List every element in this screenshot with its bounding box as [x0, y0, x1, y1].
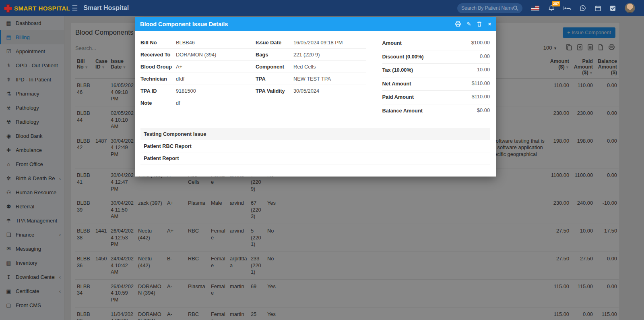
detail-label: TPA Validity [256, 88, 293, 94]
detail-row: Received To DORAMON (394) Bags 221 (220 … [140, 49, 366, 61]
detail-label: Blood Group [140, 64, 176, 70]
detail-label: Bags [256, 52, 293, 58]
amount-value: $110.00 [435, 80, 490, 88]
notifications-bell-icon[interactable]: 287 [548, 5, 555, 11]
detail-value: DORAMON (394) [176, 52, 256, 58]
detail-value: df [176, 100, 256, 106]
hospital-logo-icon [4, 4, 11, 12]
app-title: Smart Hospital [83, 4, 129, 12]
detail-fields: Bill No BLBB46 Issue Date 16/05/2024 09:… [140, 37, 366, 117]
detail-row: Blood Group A+ Component Red Cells [140, 61, 366, 73]
detail-value: 30/05/2024 [293, 88, 366, 94]
bed-status-icon[interactable] [564, 5, 571, 11]
whatsapp-icon[interactable] [580, 5, 586, 11]
delete-trash-icon[interactable] [477, 21, 482, 27]
detail-value: 221 (220 9) [293, 52, 366, 58]
modal-header: Blood Component Issue Details ✎ × [135, 17, 496, 31]
patient-search-input[interactable] [461, 5, 513, 11]
language-flag-icon[interactable] [531, 6, 539, 10]
brand-text: SMART HOSPITAL [14, 5, 70, 12]
detail-label [256, 100, 293, 106]
amount-row: Paid Amount $110.00 [382, 91, 490, 104]
detail-label: TPA ID [140, 88, 176, 94]
detail-value: Red Cells [293, 64, 366, 70]
edit-pencil-icon[interactable]: ✎ [467, 21, 471, 27]
close-icon[interactable]: × [488, 21, 491, 27]
amount-value: 10.00 [435, 66, 490, 74]
detail-label: TPA [256, 76, 293, 82]
amount-label: Net Amount [382, 80, 435, 88]
detail-value: BLBB46 [176, 39, 256, 46]
amount-value: $100.00 [435, 39, 490, 47]
detail-label: Technician [140, 76, 176, 82]
navbar-right: 287 [457, 3, 644, 13]
amount-value: $0.00 [435, 107, 490, 115]
amount-row: Amount $100.00 [382, 37, 490, 50]
detail-value: NEW TEST TPA [293, 76, 366, 82]
detail-value: 9181500 [176, 88, 256, 94]
detail-value: dfdf [176, 76, 256, 82]
detail-row: Technician dfdf TPA NEW TEST TPA [140, 73, 366, 85]
amount-label: Tax (10.00%) [382, 66, 435, 74]
amount-value: 0.00 [435, 53, 490, 61]
issue-details-modal: Blood Component Issue Details ✎ × Bill N… [135, 17, 496, 177]
amount-label: Discount (0.00%) [382, 53, 435, 61]
detail-row: TPA ID 9181500 TPA Validity 30/05/2024 [140, 85, 366, 97]
print-icon[interactable] [455, 21, 461, 27]
detail-value: 16/05/2024 09:18 PM [293, 39, 366, 46]
amount-row: Tax (10.00%) 10.00 [382, 64, 490, 77]
app-window: SMART HOSPITAL ☰ Smart Hospital 287 [0, 0, 644, 320]
detail-row: Bill No BLBB46 Issue Date 16/05/2024 09:… [140, 37, 366, 49]
detail-label: Component [256, 64, 293, 70]
notification-badge: 287 [552, 1, 560, 6]
detail-row: Note df [140, 97, 366, 109]
document-link[interactable]: Patient RBC Report [140, 140, 490, 152]
detail-label: Received To [140, 52, 176, 58]
amount-value: $110.00 [435, 94, 490, 101]
amount-row: Net Amount $110.00 [382, 77, 490, 91]
top-navbar: SMART HOSPITAL ☰ Smart Hospital 287 [0, 0, 644, 16]
document-links: Testing Component IssuePatient RBC Repor… [140, 128, 490, 164]
detail-value [293, 100, 366, 106]
detail-label: Note [140, 100, 176, 106]
document-link[interactable]: Testing Component Issue [140, 128, 490, 140]
amount-row: Balance Amount $0.00 [382, 104, 490, 118]
amount-label: Paid Amount [382, 94, 435, 101]
modal-title: Blood Component Issue Details [140, 21, 228, 27]
search-icon[interactable] [513, 5, 518, 11]
detail-label: Issue Date [256, 39, 293, 46]
amount-label: Amount [382, 39, 435, 47]
amount-row: Discount (0.00%) 0.00 [382, 50, 490, 64]
detail-value: A+ [176, 64, 256, 70]
detail-label: Bill No [140, 39, 176, 46]
user-avatar[interactable] [625, 3, 635, 13]
modal-body: Bill No BLBB46 Issue Date 16/05/2024 09:… [135, 31, 496, 177]
patient-search [457, 3, 522, 13]
brand: SMART HOSPITAL [0, 0, 64, 16]
amount-label: Balance Amount [382, 107, 435, 115]
calendar-icon[interactable] [595, 5, 601, 11]
document-link[interactable]: Patient Report [140, 152, 490, 164]
menu-toggle-icon[interactable]: ☰ [72, 4, 78, 12]
tasks-check-icon[interactable] [610, 5, 616, 11]
amount-fields: Amount $100.00 Discount (0.00%) 0.00 Tax… [382, 37, 490, 117]
